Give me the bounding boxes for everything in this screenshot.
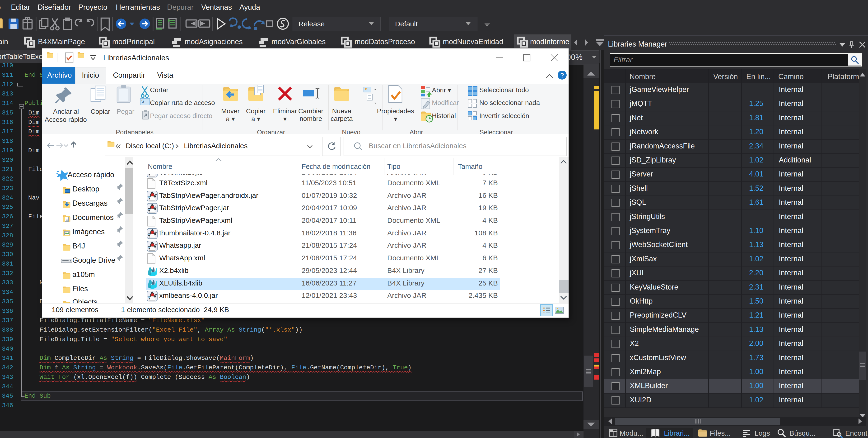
svg-text:\\..: \\.. bbox=[142, 99, 147, 104]
svg-text:?: ? bbox=[560, 72, 564, 79]
